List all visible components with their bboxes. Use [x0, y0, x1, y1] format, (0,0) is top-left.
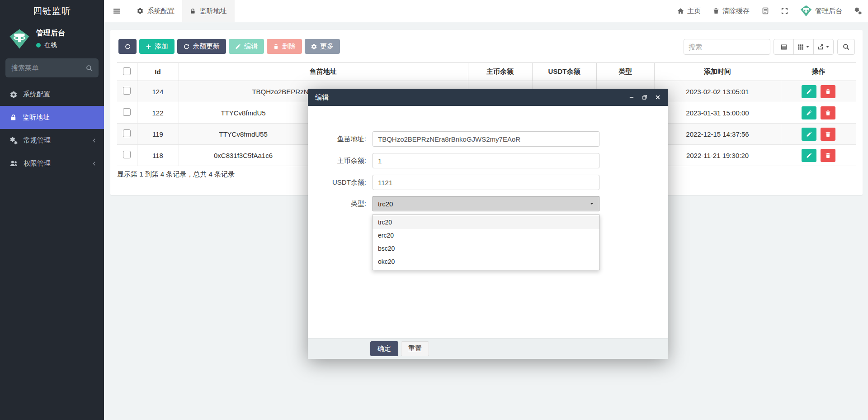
record-summary: 显示第 1 到第 4 条记录，总共 4 条记录	[117, 170, 235, 179]
language-doc-icon	[762, 7, 769, 14]
view-button-group	[774, 39, 834, 55]
row-delete-button[interactable]	[821, 85, 835, 98]
cogs-icon	[10, 137, 18, 144]
main-balance-field[interactable]	[373, 153, 599, 168]
edit-dialog: 编辑 鱼苗地址: 主币余额: USDT余额: 类型: trc20 trc20 e…	[308, 89, 668, 359]
pencil-icon	[806, 153, 812, 158]
sidebar-item-permission-manage[interactable]: 权限管理	[0, 152, 104, 175]
row-edit-button[interactable]	[802, 85, 816, 98]
user-status: 在线	[44, 41, 57, 49]
dropdown-option-okc20[interactable]: okc20	[373, 255, 599, 268]
row-delete-button[interactable]	[821, 149, 835, 162]
edit-button[interactable]: 编辑	[229, 39, 264, 54]
expand-icon	[781, 8, 788, 14]
pencil-icon	[806, 110, 812, 116]
lock-icon	[10, 114, 17, 121]
detail-view-button[interactable]	[774, 39, 794, 55]
col-usdt-balance: USDT余额	[532, 63, 596, 81]
trash-icon	[825, 131, 831, 137]
settings-button[interactable]	[854, 7, 862, 14]
sidebar-menu: 系统配置 监听地址 常规管理 权限管理	[0, 83, 104, 175]
sidebar-item-system-config[interactable]: 系统配置	[0, 83, 104, 106]
admin-dropdown[interactable]: 管理后台	[800, 5, 842, 17]
row-checkbox[interactable]	[123, 129, 131, 137]
row-checkbox[interactable]	[123, 108, 131, 116]
dropdown-option-trc20[interactable]: trc20	[373, 216, 599, 229]
user-panel: 管理后台 在线	[0, 22, 104, 54]
tab-system-config[interactable]: 系统配置	[129, 0, 182, 22]
row-delete-button[interactable]	[821, 106, 835, 119]
row-edit-button[interactable]	[802, 128, 816, 141]
sidebar-search-input[interactable]: 搜索菜单	[5, 58, 99, 77]
row-edit-button[interactable]	[802, 149, 816, 162]
gear-icon	[137, 8, 143, 14]
fullscreen-button[interactable]	[781, 8, 788, 14]
row-edit-button[interactable]	[802, 106, 816, 119]
dialog-footer: 确定 重置	[308, 338, 668, 359]
search-icon	[843, 43, 849, 50]
restore-icon	[642, 95, 647, 100]
sidebar-search-placeholder: 搜索菜单	[11, 64, 86, 72]
refresh-button[interactable]	[118, 39, 137, 54]
online-dot	[36, 43, 41, 48]
usdt-balance-field[interactable]	[373, 175, 599, 190]
field-label-main-balance: 主币余额:	[310, 153, 366, 168]
trash-icon	[713, 8, 719, 14]
sidebar-item-label: 权限管理	[24, 159, 51, 168]
delete-button[interactable]: 删除	[267, 39, 302, 54]
dialog-maximize-button[interactable]	[642, 95, 647, 100]
language-button[interactable]	[762, 7, 769, 14]
dropdown-option-bsc20[interactable]: bsc20	[373, 242, 599, 255]
row-delete-button[interactable]	[821, 128, 835, 141]
field-label-address: 鱼苗地址:	[310, 131, 366, 147]
cell-id: 119	[137, 124, 179, 145]
dialog-body: 鱼苗地址: 主币余额: USDT余额: 类型: trc20 trc20 erc2…	[308, 106, 668, 338]
row-checkbox[interactable]	[123, 151, 131, 158]
field-label-usdt-balance: USDT余额:	[310, 175, 366, 190]
page: 四链监听 管理后台 在线 搜索菜单 系统配置 监听地址 常规管理	[0, 0, 868, 420]
cell-created: 2023-01-31 15:00:00	[654, 102, 781, 124]
cell-created: 2022-12-15 14:37:56	[654, 124, 781, 145]
balance-update-button[interactable]: 余额更新	[177, 39, 226, 54]
sidebar-toggle-button[interactable]	[104, 0, 129, 22]
list-icon	[781, 44, 787, 50]
confirm-button[interactable]: 确定	[370, 341, 398, 356]
more-button[interactable]: 更多	[305, 39, 340, 54]
caret-down-icon	[590, 201, 594, 206]
table-header-row: Id 鱼苗地址 主币余额 USDT余额 类型 添加时间 操作	[117, 63, 856, 81]
sidebar-item-listen-address[interactable]: 监听地址	[0, 106, 104, 129]
sidebar-item-label: 常规管理	[24, 136, 51, 145]
export-button[interactable]	[813, 39, 834, 55]
cell-id: 118	[137, 145, 179, 166]
cell-created: 2023-02-02 13:05:01	[654, 81, 781, 102]
dialog-close-button[interactable]	[655, 95, 660, 100]
trash-icon	[825, 110, 831, 116]
users-icon	[10, 160, 18, 167]
gear-icon	[10, 91, 17, 98]
dialog-titlebar[interactable]: 编辑	[308, 89, 668, 106]
sidebar-item-general-manage[interactable]: 常规管理	[0, 129, 104, 152]
search-submit-button[interactable]	[837, 39, 855, 55]
row-checkbox[interactable]	[123, 87, 131, 95]
dialog-title: 编辑	[315, 93, 329, 102]
columns-button[interactable]	[793, 39, 814, 55]
select-all-checkbox[interactable]	[123, 67, 131, 75]
close-icon	[655, 95, 660, 100]
dialog-minimize-button[interactable]	[629, 95, 634, 100]
clear-cache-link[interactable]: 清除缓存	[713, 7, 750, 15]
pencil-icon	[806, 89, 812, 95]
type-select-value: trc20	[378, 200, 393, 208]
add-button[interactable]: 添加	[139, 39, 175, 54]
hamburger-icon	[113, 7, 121, 15]
dropdown-option-erc20[interactable]: erc20	[373, 229, 599, 242]
tab-listen-address[interactable]: 监听地址	[182, 0, 235, 22]
table-search-input[interactable]	[684, 39, 770, 55]
address-field[interactable]	[373, 131, 599, 147]
col-address: 鱼苗地址	[179, 63, 468, 81]
reset-button[interactable]: 重置	[401, 341, 429, 356]
cogs-icon	[854, 7, 862, 14]
type-select[interactable]: trc20	[373, 196, 599, 211]
home-link[interactable]: 主页	[677, 7, 701, 15]
clear-cache-label: 清除缓存	[722, 7, 750, 15]
user-name: 管理后台	[36, 29, 65, 38]
